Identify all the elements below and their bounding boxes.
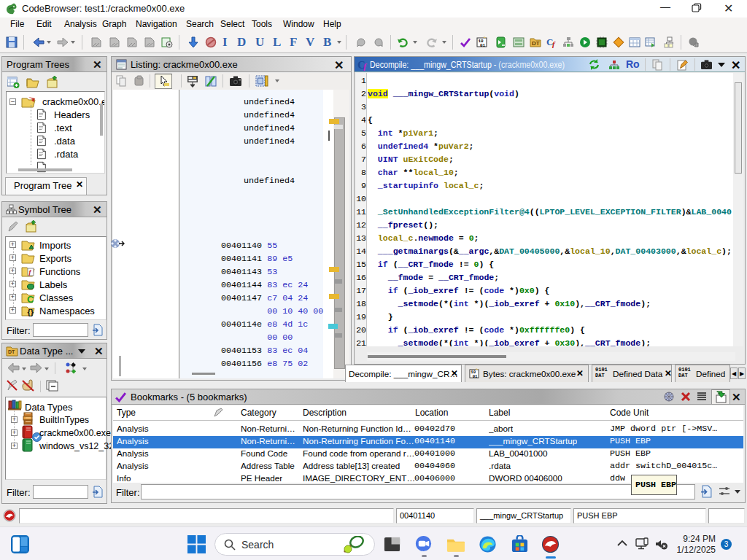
svg-text:01: 01 — [480, 43, 486, 48]
svg-text:f: f — [552, 39, 556, 48]
svg-text:DT: DT — [532, 40, 540, 47]
svg-text:f: f — [363, 62, 367, 71]
svg-text:01: 01 — [473, 374, 478, 379]
svg-text:C: C — [27, 294, 34, 303]
svg-text:DT: DT — [8, 349, 15, 354]
svg-text:{}: {} — [28, 308, 34, 316]
